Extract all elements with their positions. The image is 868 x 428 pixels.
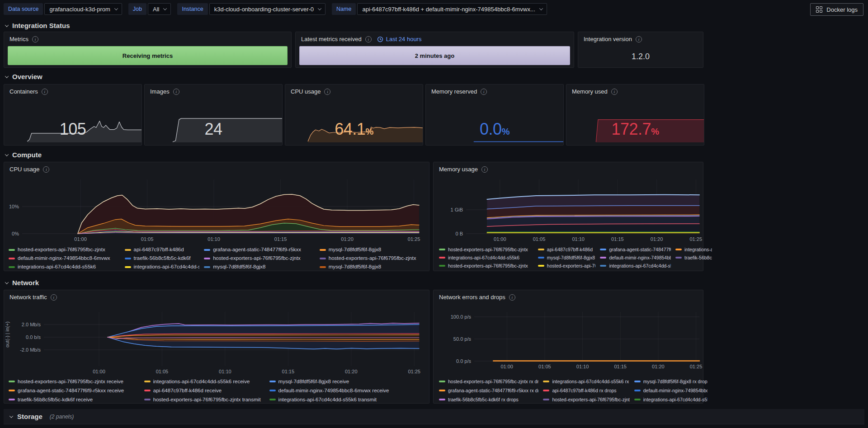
legend-item[interactable]: mysql-7d8fdf5f6f-8gjx8 [320,245,428,254]
panel-memory-reserved-stat: Memory reserved i 0.0% [425,84,564,146]
stat-value: 172.7% [566,120,704,139]
legend-marker [204,249,210,251]
info-icon[interactable]: i [481,166,488,173]
legend-item[interactable]: hosted-exporters-api-76f6795fbc-zjntx [538,262,596,270]
legend-marker [439,257,445,259]
legend-item[interactable]: mysql-7d8fdf5f6f-8gjx8 [538,254,596,262]
legend-item[interactable]: mysql-7d8fdf5f6f-8gjx8 receive [269,377,428,386]
data-source-select[interactable]: grafanacloud-k3d-prom [44,3,122,15]
legend-item[interactable]: mysql-7d8fdf5f6f-8gjx8 rx drops [634,377,708,386]
panel-title: Network errors and drops [439,294,505,301]
stat-value: 64.1% [285,120,423,139]
legend-item[interactable]: default-mimir-nginx-749854bbc8-6mvwx [9,254,120,263]
legend-label: traefik-56b8c5fb5c-kdk6f [134,254,191,263]
info-icon[interactable]: i [51,294,57,301]
legend-item[interactable]: api-6487c97bff-k486d receive [144,386,265,395]
job-label[interactable]: Job [128,3,146,15]
legend-marker [144,390,151,391]
legend-item[interactable]: api-6487c97bff-k486d [125,245,200,254]
section-storage[interactable]: Storage (2 panels) [4,409,864,424]
legend-item[interactable]: grafana-agent-static-748477f6f9-r5kxx re… [9,386,140,395]
info-icon[interactable]: i [365,36,372,42]
legend-item[interactable]: traefik-56b8c5fb5c-kdk6f [125,254,200,263]
network-errors-legend: hosted-exporters-api-76f6795fbc-zjntx rx… [439,377,701,404]
legend-item[interactable]: hosted-exporters-api-76f6795fbc-zjntx [439,245,533,254]
network-traffic-legend: hosted-exporters-api-76f6795fbc-zjntx re… [9,377,425,404]
legend-item[interactable]: integrations-api-67cd4c4dd-s55k6 transmi… [269,395,428,404]
stat-value: 24 [145,120,282,139]
panel-network-errors: Network errors and drops i 100.0 p/s50.0… [433,290,703,404]
legend-item[interactable]: hosted-exporters-api-76f6795fbc-zjntx rx… [439,377,538,386]
svg-text:01:05: 01:05 [156,369,169,374]
stat-value: 105 [4,120,142,139]
legend-item[interactable]: traefik-56b8c5fb5c-kdk6f receive [9,395,140,404]
job-select[interactable]: All [148,3,171,15]
legend-item[interactable]: mysql-7d8fdf5f6f-8gjx8 [320,263,428,271]
section-compute[interactable]: Compute [5,151,42,159]
legend-item[interactable]: traefik-56b8c5fb5c-kdk6f [675,254,712,262]
legend-item[interactable]: integrations-api-67cd4c4dd-s55k6 [675,245,712,254]
legend-item[interactable]: integrations-api-67cd4c4dd-s55k6 rx drop… [543,377,629,386]
legend-item[interactable]: hosted-exporters-api-76f6795fbc-zjntx [320,254,428,263]
info-icon[interactable]: i [43,166,49,173]
legend-item[interactable]: grafana-agent-static-748477f6f9-r5kxx [204,245,315,254]
legend-marker [538,249,544,250]
legend-label: integrations-api-67cd4c4dd-s55k6 [448,254,519,262]
legend-item[interactable]: mysql-7d8fdf5f6f-8gjx8 [204,263,315,271]
legend-item[interactable]: default-mimir-nginx-749854bbc8-6mvwx rx … [634,386,708,395]
legend-marker [439,381,445,382]
section-network[interactable]: Network [5,279,39,287]
info-icon[interactable]: i [32,36,38,42]
legend-item[interactable]: traefik-56b8c5fb5c-kdk6f rx drops [439,395,538,404]
legend-item[interactable]: hosted-exporters-api-76f6795fbc-zjntx [439,262,533,270]
section-overview[interactable]: Overview [5,73,42,80]
panel-title: CPU usage [9,166,39,173]
instance-label[interactable]: Instance [177,3,208,15]
legend-marker [439,249,445,250]
variable-instance: Instance k3d-cloud-onboarding-cluster-se… [177,3,326,15]
svg-text:01:25: 01:25 [689,236,702,242]
legend-item[interactable]: hosted-exporters-api-76f6795fbc-zjntx re… [9,377,140,386]
legend-item[interactable]: hosted-exporters-api-76f6795fbc-zjntx [9,245,120,254]
legend-label: integrations-api-67cd4c4dd-s55k6 [609,262,671,270]
legend-item[interactable]: grafana-agent-static-748477f6f9-r5kxx rx… [439,386,538,395]
legend-item[interactable]: integrations-api-67cd4c4dd-s55k6 [600,262,671,270]
legend-label: hosted-exporters-api-76f6795fbc-zjntx tr… [153,395,261,404]
legend-item[interactable]: api-6487c97bff-k486d [538,245,596,254]
legend-item[interactable]: hosted-exporters-api-76f6795fbc-zjntx tx… [543,395,629,404]
chevron-down-icon [5,23,9,27]
time-range-link[interactable]: Last 24 hours [377,36,422,42]
info-icon[interactable]: i [636,36,642,42]
chevron-down-icon [5,280,9,284]
legend-item[interactable]: integrations-api-67cd4c4dd-s55k6 [439,254,533,262]
legend-item[interactable]: hosted-exporters-api-76f6795fbc-zjntx [204,254,315,263]
svg-text:01:20: 01:20 [341,236,354,242]
legend-item[interactable]: graf​ana-agent-static-748477f6f9-r5kxx [600,245,671,254]
legend-marker [439,399,445,400]
svg-text:01:20: 01:20 [651,236,663,242]
name-select[interactable]: api-6487c97bff-k486d + default-mimir-ngi… [357,3,547,15]
panel-memory-used-stat: Memory used i 172.7% [566,84,704,146]
svg-text:01:15: 01:15 [611,236,624,242]
svg-text:01:05: 01:05 [533,236,546,242]
legend-marker [634,381,641,382]
legend-item[interactable]: integrations-api-67cd4c4dd-s55k6 tx drop… [634,395,708,404]
legend-item[interactable]: integrations-api-67cd4c4dd-s55k6 [125,263,200,271]
instance-select[interactable]: k3d-cloud-onboarding-cluster-server-0 [209,3,326,15]
legend-marker [9,249,15,251]
data-source-label[interactable]: Data source [4,3,43,15]
docker-logs-button[interactable]: Docker logs [810,3,863,16]
legend-marker [320,266,326,268]
name-label[interactable]: Name [332,3,356,15]
legend-item[interactable]: integrations-api-67cd4c4dd-s55k6 receive [144,377,265,386]
info-icon[interactable]: i [509,294,515,301]
legend-item[interactable]: integrations-api-67cd4c4dd-s55k6 [9,263,120,271]
section-integration-status[interactable]: Integration Status [5,22,70,29]
legend-item[interactable]: default-mimir-nginx-749854bbc8-6mvwx [600,254,671,262]
legend-item[interactable]: api-6487c97bff-k486d rx drops [543,386,629,395]
legend-item[interactable]: default-mimir-nginx-749854bbc8-6mvwx rec… [269,386,428,395]
legend-item[interactable]: hosted-exporters-api-76f6795fbc-zjntx tr… [144,395,265,404]
legend-marker [9,390,15,391]
legend-label: traefik-56b8c5fb5c-kdk6f [684,254,712,262]
legend-label: mysql-7d8fdf5f6f-8gjx8 [213,263,265,271]
